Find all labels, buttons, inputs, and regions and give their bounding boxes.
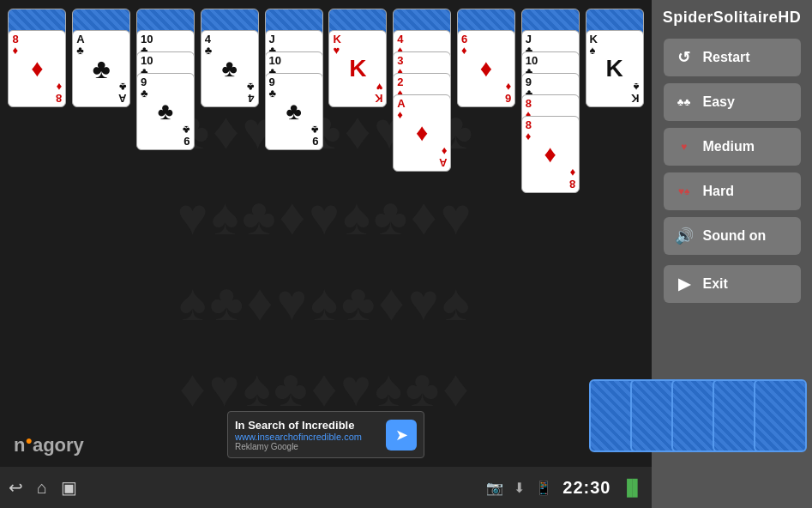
card-suit: ♣ <box>158 98 173 125</box>
card-suit: ♣ <box>286 98 301 125</box>
hard-label: Hard <box>703 184 734 199</box>
time-display: 22:30 <box>562 478 611 498</box>
sound-label: Sound on <box>703 228 767 244</box>
card-suit: K <box>605 55 623 82</box>
easy-button[interactable]: ♣♣ Easy <box>664 83 801 121</box>
easy-icon: ♣♣ <box>674 96 695 108</box>
card-rank-bottom: A♦ <box>439 146 447 168</box>
exit-label: Exit <box>703 276 728 292</box>
card-rank-bottom: 8♦ <box>569 167 575 190</box>
card-rank: K♠ <box>590 33 598 56</box>
card-rank: 9♣ <box>269 76 277 99</box>
home-icon[interactable]: ⌂ <box>37 478 47 498</box>
card-suit: K <box>349 55 366 82</box>
right-panel: SpiderSolitaireHD ↺ Restart ♣♣ Easy ♥ Me… <box>652 0 812 508</box>
deck-card-5 <box>754 379 807 452</box>
card[interactable]: 9♣ ♣ 9♣ <box>265 73 323 150</box>
card-rank-bottom: 8♦ <box>56 82 62 104</box>
card-rank-bottom: 9♣ <box>183 124 190 147</box>
card-rank-bottom: K♥ <box>375 82 382 104</box>
download-icon: ⬇ <box>514 480 525 496</box>
status-bar-right: 📷 ⬇ 📱 22:30 ▐▌ <box>486 478 643 498</box>
ad-title: In Search of Incredible <box>235 419 379 432</box>
back-icon[interactable]: ↩ <box>9 477 23 498</box>
column-3[interactable]: 10♣ ♣ 10♣ 10♣ ♣ 10♣ 9♣ ♣ 9♣ <box>135 9 196 193</box>
column-6[interactable]: K♥ K K♥ <box>328 9 388 193</box>
medium-label: Medium <box>703 139 755 154</box>
column-4[interactable]: 4♣ ♣ 4♣ <box>199 9 260 193</box>
column-9[interactable]: J♣ ♣ J♣ 10♣ ♣ 10♣ 9♣ ♣ 9♣ 8♦ ♦ 8♦ 8♦ ♦ <box>520 9 580 193</box>
easy-label: Easy <box>703 94 735 110</box>
game-area: ♣♦♥♠♣♦♥♠♣ ♥♠♣♦♥♠♣♦♥ ♠♣♦♥♠♣♦♥♠ ♦♥♠♣♦♥♠♣♦ … <box>0 0 652 508</box>
ad-arrow-button[interactable]: ➤ <box>386 420 417 451</box>
card[interactable]: A♣ ♣ A♣ <box>72 30 130 107</box>
column-8[interactable]: 6♦ ♦ 6♦ <box>456 9 517 193</box>
restart-label: Restart <box>703 50 750 65</box>
card-rank-bottom: K♠ <box>631 82 639 104</box>
card-rank: A♣ <box>76 33 84 56</box>
card[interactable]: A♦ ♦ A♦ <box>393 94 451 172</box>
ad-text: In Search of Incredible www.insearchofin… <box>235 419 379 451</box>
card-rank: K♥ <box>333 33 340 56</box>
column-7[interactable]: 4♦ ♦ 4♦ 3♦ ♦ 3♦ 2♦ ♦ 2♦ A♦ ♦ A♦ <box>392 9 453 193</box>
card-rank: 9♣ <box>141 76 148 99</box>
card-columns: 8♦ ♦ 8♦ A♣ ♣ A♣ 10♣ ♣ 10♣ 10♣ ♣ <box>0 9 652 193</box>
card-rank: 8♦ <box>526 119 532 142</box>
column-10[interactable]: K♠ K K♠ <box>584 9 645 193</box>
card[interactable]: 4♣ ♣ 4♣ <box>201 30 259 107</box>
sound-icon: 🔊 <box>674 227 695 245</box>
exit-button[interactable]: ▶ Exit <box>664 265 801 303</box>
exit-icon: ▶ <box>674 275 695 293</box>
card-suit: ♦ <box>480 55 492 82</box>
hard-icon: ♥♠ <box>674 185 695 197</box>
card-suit: ♦ <box>544 141 556 168</box>
card[interactable]: K♠ K K♠ <box>586 30 644 107</box>
column-1[interactable]: 8♦ ♦ 8♦ <box>7 9 68 193</box>
sound-button[interactable]: 🔊 Sound on <box>664 217 801 255</box>
card-rank: 4♣ <box>205 33 213 56</box>
ad-source: Reklamy Google <box>235 442 379 451</box>
hard-button[interactable]: ♥♠ Hard <box>664 172 801 210</box>
card-suit: ♦ <box>416 119 428 147</box>
card[interactable]: 8♦ ♦ 8♦ <box>521 116 580 193</box>
card[interactable]: 6♦ ♦ 6♦ <box>457 30 515 107</box>
card-rank-bottom: 9♣ <box>311 124 319 147</box>
screenshot-icon: 📷 <box>486 480 503 496</box>
card-rank: 8♦ <box>12 33 18 56</box>
panel-title: SpiderSolitaireHD <box>663 9 802 27</box>
medium-icon: ♥ <box>674 141 695 153</box>
column-5[interactable]: J♣ J♣ J♣ 10♣ ♣ 10♣ 9♣ ♣ 9♣ <box>263 9 324 193</box>
card-suit: ♣ <box>222 55 238 82</box>
deck-area[interactable] <box>589 379 807 452</box>
column-2[interactable]: A♣ ♣ A♣ <box>71 9 132 193</box>
card[interactable]: 8♦ ♦ 8♦ <box>8 30 66 107</box>
card[interactable]: 9♣ ♣ 9♣ <box>136 73 195 150</box>
restart-icon: ↺ <box>674 48 695 67</box>
bottom-bar: ↩ ⌂ ▣ 📷 ⬇ 📱 22:30 ▐▌ <box>0 467 652 508</box>
card-rank-bottom: 6♦ <box>505 82 511 104</box>
card-rank-bottom: 4♣ <box>247 82 255 104</box>
medium-button[interactable]: ♥ Medium <box>664 128 801 166</box>
battery-icon: ▐▌ <box>621 479 643 497</box>
card[interactable]: K♥ K K♥ <box>328 30 387 107</box>
card-suit: ♣ <box>93 53 111 85</box>
sim-icon: 📱 <box>535 480 552 496</box>
recents-icon[interactable]: ▣ <box>61 477 77 498</box>
ad-url: www.insearchofincredible.com <box>235 432 379 442</box>
card-rank-bottom: A♣ <box>118 82 126 104</box>
card-suit: ♦ <box>31 55 43 82</box>
card-rank: A♦ <box>397 98 405 120</box>
card-rank: 6♦ <box>461 33 467 56</box>
magory-logo: n●agory <box>14 433 84 457</box>
ad-banner[interactable]: In Search of Incredible www.insearchofin… <box>227 411 424 458</box>
restart-button[interactable]: ↺ Restart <box>664 39 801 76</box>
